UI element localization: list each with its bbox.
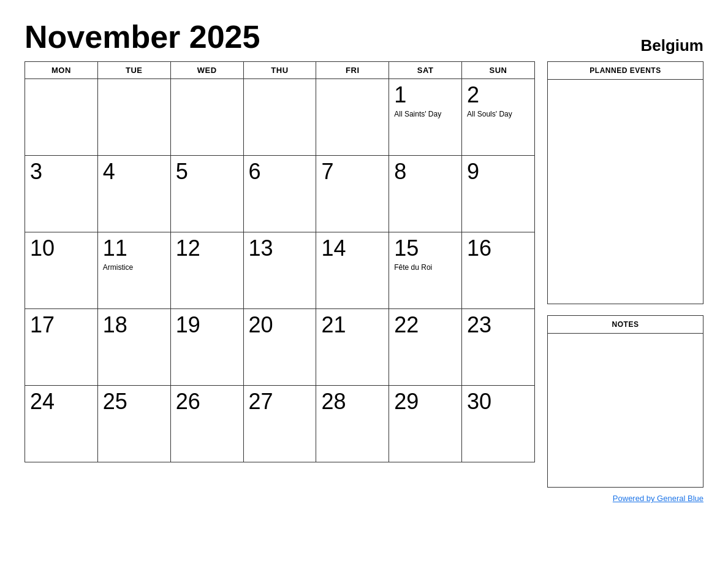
day-number: 12 bbox=[176, 236, 238, 261]
holiday-name: All Saints' Day bbox=[394, 110, 457, 120]
day-number: 11 bbox=[103, 236, 165, 261]
day-number: 4 bbox=[103, 159, 165, 184]
calendar-cell: 24 bbox=[25, 386, 98, 462]
calendar-cell: 15Fête du Roi bbox=[389, 232, 462, 309]
calendar-cell bbox=[243, 79, 316, 156]
weekday-header-sun: SUN bbox=[462, 62, 535, 79]
day-number: 23 bbox=[467, 313, 529, 337]
day-number: 30 bbox=[467, 389, 529, 414]
day-number: 26 bbox=[176, 389, 238, 414]
day-number: 29 bbox=[394, 389, 457, 414]
weekday-header-sat: SAT bbox=[389, 62, 462, 79]
calendar-cell: 13 bbox=[243, 232, 316, 309]
country-title: Belgium bbox=[640, 36, 703, 55]
calendar-week-2: 3456789 bbox=[25, 156, 535, 232]
weekday-header-fri: FRI bbox=[316, 62, 389, 79]
calendar-cell: 8 bbox=[389, 156, 462, 232]
day-number: 19 bbox=[176, 313, 238, 337]
planned-events-body bbox=[548, 80, 703, 304]
calendar-cell: 6 bbox=[243, 156, 316, 232]
calendar-cell: 26 bbox=[170, 386, 243, 462]
day-number: 22 bbox=[394, 313, 457, 337]
day-number: 8 bbox=[394, 159, 457, 184]
calendar-cell: 21 bbox=[316, 309, 389, 386]
day-number: 1 bbox=[394, 83, 457, 107]
calendar-cell: 18 bbox=[97, 309, 170, 386]
calendar-cell: 12 bbox=[170, 232, 243, 309]
day-number: 10 bbox=[30, 236, 93, 261]
weekday-header-thu: THU bbox=[243, 62, 316, 79]
planned-events-box: PLANNED EVENTS bbox=[547, 61, 703, 304]
day-number: 5 bbox=[176, 159, 238, 184]
day-number: 28 bbox=[321, 389, 384, 414]
holiday-name: Fête du Roi bbox=[394, 263, 457, 273]
calendar-cell: 9 bbox=[462, 156, 535, 232]
calendar-week-1: 1All Saints' Day2All Souls' Day bbox=[25, 79, 535, 156]
day-number: 3 bbox=[30, 159, 93, 184]
calendar-cell: 22 bbox=[389, 309, 462, 386]
calendar-cell bbox=[316, 79, 389, 156]
day-number: 27 bbox=[249, 389, 311, 414]
day-number: 13 bbox=[249, 236, 311, 261]
calendar-cell: 1All Saints' Day bbox=[389, 79, 462, 156]
day-number: 7 bbox=[321, 159, 384, 184]
day-number: 20 bbox=[249, 313, 311, 337]
day-number: 25 bbox=[103, 389, 165, 414]
planned-events-header: PLANNED EVENTS bbox=[548, 62, 703, 80]
sidebar: PLANNED EVENTS NOTES Powered by General … bbox=[547, 61, 703, 503]
calendar-section: MONTUEWEDTHUFRISATSUN 1All Saints' Day2A… bbox=[25, 61, 535, 462]
calendar-week-4: 17181920212223 bbox=[25, 309, 535, 386]
day-number: 2 bbox=[467, 83, 529, 107]
day-number: 14 bbox=[321, 236, 384, 261]
powered-by: Powered by General Blue bbox=[547, 494, 703, 503]
holiday-name: Armistice bbox=[103, 263, 165, 273]
day-number: 9 bbox=[467, 159, 529, 184]
notes-header: NOTES bbox=[548, 316, 703, 334]
calendar-table: MONTUEWEDTHUFRISATSUN 1All Saints' Day2A… bbox=[25, 61, 535, 462]
calendar-cell bbox=[170, 79, 243, 156]
calendar-cell: 29 bbox=[389, 386, 462, 462]
holiday-name: All Souls' Day bbox=[467, 110, 529, 120]
weekday-header-mon: MON bbox=[25, 62, 98, 79]
calendar-cell: 4 bbox=[97, 156, 170, 232]
calendar-cell: 14 bbox=[316, 232, 389, 309]
notes-box: NOTES bbox=[547, 315, 703, 488]
calendar-cell: 16 bbox=[462, 232, 535, 309]
calendar-cell: 17 bbox=[25, 309, 98, 386]
calendar-cell: 23 bbox=[462, 309, 535, 386]
day-number: 16 bbox=[467, 236, 529, 261]
calendar-cell: 30 bbox=[462, 386, 535, 462]
calendar-cell: 7 bbox=[316, 156, 389, 232]
main-layout: MONTUEWEDTHUFRISATSUN 1All Saints' Day2A… bbox=[25, 61, 703, 503]
notes-body bbox=[548, 334, 703, 487]
calendar-cell: 27 bbox=[243, 386, 316, 462]
calendar-cell: 5 bbox=[170, 156, 243, 232]
weekday-header-wed: WED bbox=[170, 62, 243, 79]
day-number: 6 bbox=[249, 159, 311, 184]
day-number: 15 bbox=[394, 236, 457, 261]
calendar-cell: 20 bbox=[243, 309, 316, 386]
weekday-header-tue: TUE bbox=[97, 62, 170, 79]
calendar-cell: 28 bbox=[316, 386, 389, 462]
calendar-cell: 11Armistice bbox=[97, 232, 170, 309]
powered-by-link[interactable]: Powered by General Blue bbox=[613, 494, 703, 503]
day-number: 17 bbox=[30, 313, 93, 337]
calendar-week-3: 1011Armistice12131415Fête du Roi16 bbox=[25, 232, 535, 309]
calendar-cell: 3 bbox=[25, 156, 98, 232]
day-number: 24 bbox=[30, 389, 93, 414]
calendar-week-5: 24252627282930 bbox=[25, 386, 535, 462]
calendar-cell bbox=[25, 79, 98, 156]
calendar-cell: 25 bbox=[97, 386, 170, 462]
day-number: 21 bbox=[321, 313, 384, 337]
calendar-cell bbox=[97, 79, 170, 156]
calendar-cell: 19 bbox=[170, 309, 243, 386]
month-title: November 2025 bbox=[25, 18, 260, 55]
calendar-cell: 10 bbox=[25, 232, 98, 309]
day-number: 18 bbox=[103, 313, 165, 337]
calendar-cell: 2All Souls' Day bbox=[462, 79, 535, 156]
